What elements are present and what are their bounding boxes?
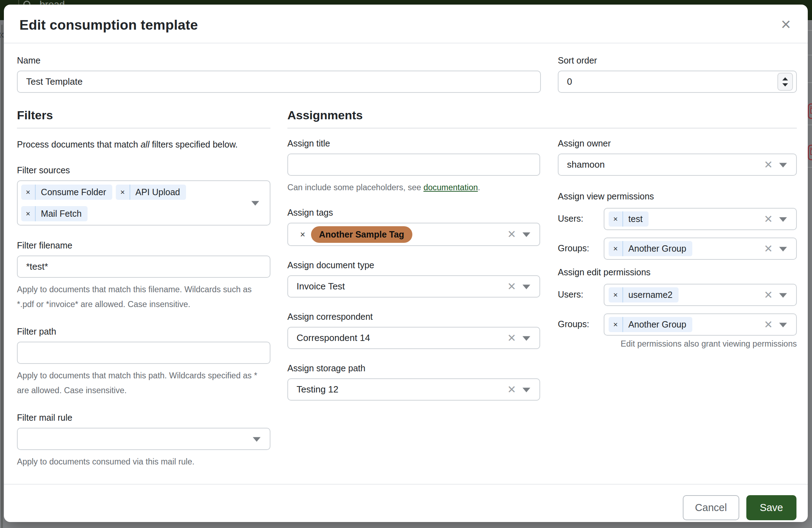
chevron-down-icon[interactable] [253,437,261,442]
remove-icon[interactable]: × [609,318,622,332]
selected-chip: × Mail Fetch [21,206,88,221]
assignments-divider [287,128,797,128]
chip-label: Another Group [622,241,692,256]
selected-tag: × Another Sample Tag [297,226,412,243]
chevron-down-icon[interactable] [779,163,787,167]
assign-tags-select[interactable]: × Another Sample Tag ✕ [287,223,540,246]
filter-filename-label: Filter filename [17,240,270,251]
chip-label: Mail Fetch [35,206,88,221]
trash-icon [810,108,812,114]
assign-correspondent-label: Assign correspondent [287,312,540,322]
chevron-down-icon[interactable] [251,201,259,206]
selected-chip: × Consume Folder [21,185,112,200]
filter-mail-rule-help: Apply to documents consumed via this mai… [17,454,270,469]
trash-icon [810,149,812,155]
close-icon[interactable]: × [780,17,792,31]
stepper-up-icon[interactable] [782,77,788,80]
filters-heading: Filters [17,108,270,122]
chevron-down-icon[interactable] [523,284,530,289]
filters-intro-suffix: filters specified below. [149,139,238,149]
name-input[interactable] [17,71,541,93]
clear-icon[interactable]: ✕ [764,214,773,224]
assign-document-type-select[interactable]: Invoice Test ✕ [287,275,540,298]
clear-icon[interactable]: ✕ [507,229,516,240]
assign-correspondent-select[interactable]: Correspondent 14 ✕ [287,327,540,349]
table-row-divider [808,167,812,168]
edit-consumption-template-dialog: Edit consumption template × Name Sort or… [4,5,808,522]
edit-groups-select[interactable]: × Another Group ✕ [604,313,797,336]
chevron-down-icon[interactable] [779,217,787,222]
remove-icon[interactable]: × [116,185,130,199]
delete-button[interactable] [808,103,812,119]
chevron-down-icon[interactable] [523,388,530,392]
remove-icon[interactable]: × [21,207,35,221]
selected-chip: × test [609,211,649,227]
filter-sources-label: Filter sources [17,165,270,175]
edit-permissions-label: Assign edit permissions [558,267,797,277]
selected-chip: × Another Group [609,317,692,332]
assign-title-input[interactable] [287,154,540,176]
remove-icon[interactable]: × [609,242,622,256]
filter-mail-rule-select[interactable] [17,428,270,450]
tag-badge: Another Sample Tag [311,226,412,243]
remove-icon[interactable]: × [609,288,622,302]
filter-filename-help: Apply to documents that match this filen… [17,282,270,312]
clear-icon[interactable]: ✕ [507,333,516,343]
filters-section: Filters Process documents that match all… [17,108,270,484]
remove-icon[interactable]: × [21,185,35,199]
dialog-footer: Cancel Save [4,484,808,528]
clear-icon[interactable]: ✕ [764,244,773,254]
view-groups-select[interactable]: × Another Group ✕ [604,238,797,260]
remove-icon[interactable]: × [297,229,305,240]
cancel-button[interactable]: Cancel [683,495,739,520]
assign-owner-select[interactable]: shamoon ✕ [558,154,797,176]
chevron-down-icon[interactable] [779,293,787,298]
assign-storage-path-label: Assign storage path [287,363,540,373]
table-row-divider [808,82,812,83]
filter-sources-select[interactable]: × Consume Folder × API Upload × Mail Fet… [17,180,270,226]
view-groups-label: Groups: [558,238,604,260]
filters-divider [17,128,270,128]
help-suffix: . [478,183,480,192]
select-value: shamoon [567,159,605,170]
view-permissions-label: Assign view permissions [558,191,797,202]
selected-chip: × username2 [609,287,679,302]
assign-tags-label: Assign tags [287,208,540,218]
assignments-heading: Assignments [287,108,797,122]
filter-filename-input[interactable] [17,256,270,278]
save-button[interactable]: Save [746,495,796,520]
chevron-down-icon[interactable] [523,233,530,237]
remove-icon[interactable]: × [609,212,622,226]
dialog-header: Edit consumption template × [4,5,808,43]
assign-storage-path-select[interactable]: Testing 12 ✕ [287,378,540,401]
clear-icon[interactable]: ✕ [764,290,773,300]
sort-order-input[interactable] [558,71,797,93]
delete-button[interactable] [808,145,812,160]
edit-users-select[interactable]: × username2 ✕ [604,284,797,306]
assign-owner-label: Assign owner [558,138,797,149]
assignments-section: Assignments Assign title Can include som… [287,108,797,484]
filter-path-help: Apply to documents that match this path.… [17,368,270,398]
clear-icon[interactable]: ✕ [507,281,516,292]
documentation-link[interactable]: documentation [423,183,478,192]
chevron-down-icon[interactable] [779,247,787,251]
filters-intro-italic: all [141,139,149,149]
chip-label: Another Group [622,317,692,332]
clear-icon[interactable]: ✕ [507,384,516,395]
filter-path-input[interactable] [17,342,270,364]
chip-label: username2 [622,287,679,302]
chevron-down-icon[interactable] [779,323,787,327]
assign-title-help: Can include some placeholders, see docum… [287,180,540,195]
chevron-down-icon[interactable] [523,336,530,341]
help-prefix: Can include some placeholders, see [287,183,423,192]
clear-icon[interactable]: ✕ [764,160,773,170]
clear-icon[interactable]: ✕ [764,319,773,330]
view-users-select[interactable]: × test ✕ [604,208,797,230]
assign-title-label: Assign title [287,138,540,149]
chip-label: test [622,211,649,227]
number-stepper[interactable] [777,73,793,91]
assign-document-type-label: Assign document type [287,260,540,270]
table-row-divider [808,125,812,125]
stepper-down-icon[interactable] [782,83,788,86]
filter-path-label: Filter path [17,326,270,337]
